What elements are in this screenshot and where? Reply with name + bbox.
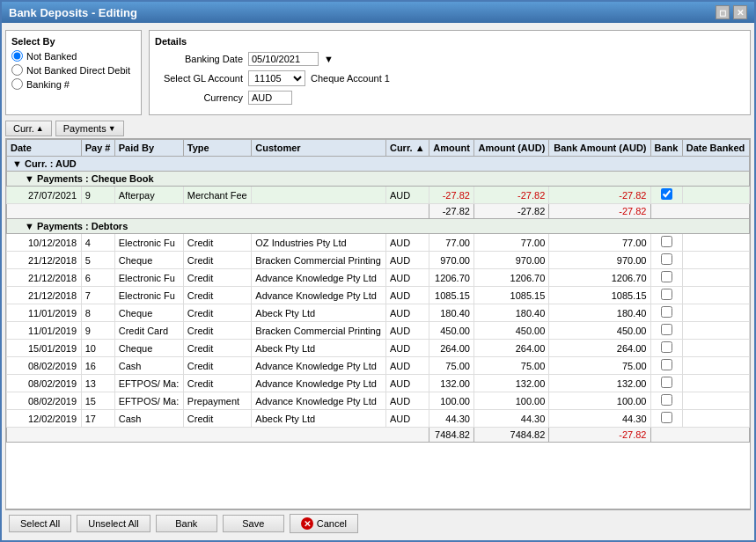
table-row[interactable]: 15/01/2019 10 Cheque Credit Abeck Pty Lt…	[7, 340, 750, 357]
radio-not-banked-direct-label: Not Banked Direct Debit	[26, 65, 130, 76]
cell-bank-checkbox[interactable]	[650, 234, 682, 252]
cell-amount: 1085.15	[429, 287, 473, 304]
cell-date-banked	[682, 392, 749, 410]
details-title: Details	[155, 36, 745, 47]
cell-amount-aud: 1206.70	[473, 269, 548, 287]
table-row[interactable]: 12/02/2019 17 Cash Credit Abeck Pty Ltd …	[7, 410, 750, 428]
unselect-all-button[interactable]: Unselect All	[77, 515, 150, 532]
close-button[interactable]: ✕	[733, 5, 747, 19]
gl-account-select[interactable]: 11105	[248, 70, 305, 86]
cell-amount-aud: 264.00	[473, 340, 548, 357]
cell-date: 08/02/2019	[7, 392, 82, 410]
table-row[interactable]: 08/02/2019 15 EFTPOS/ Ma: Prepayment Adv…	[7, 392, 750, 410]
cell-customer: OZ Industries Pty Ltd	[252, 234, 386, 252]
cell-bank-checkbox[interactable]	[650, 304, 682, 322]
cell-bank-checkbox[interactable]	[650, 357, 682, 375]
cell-bank-amount-aud: 450.00	[549, 322, 650, 340]
cell-customer: Advance Knowledge Pty Ltd	[252, 287, 386, 304]
cell-pay-num: 8	[81, 304, 114, 322]
table-row[interactable]: 11/01/2019 8 Cheque Credit Abeck Pty Ltd…	[7, 304, 750, 322]
cell-amount-aud: 75.00	[473, 357, 548, 375]
group-header-row: ▼ Payments : Cheque Book	[7, 172, 750, 187]
table-row[interactable]: 21/12/2018 7 Electronic Fu Credit Advanc…	[7, 287, 750, 304]
cell-bank-checkbox[interactable]	[650, 252, 682, 269]
radio-not-banked-direct[interactable]: Not Banked Direct Debit	[11, 64, 136, 76]
cell-bank-amount-aud: 100.00	[549, 392, 650, 410]
cell-type: Credit	[183, 340, 251, 357]
cell-customer: Advance Knowledge Pty Ltd	[252, 392, 386, 410]
col-type: Type	[183, 140, 251, 157]
curr-arrow-icon: ▲	[36, 124, 44, 133]
radio-not-banked[interactable]: Not Banked	[11, 50, 136, 62]
cell-bank-checkbox[interactable]	[650, 287, 682, 304]
cell-paid-by: Cheque	[114, 252, 183, 269]
cell-bank-checkbox[interactable]	[650, 410, 682, 428]
cell-date-banked	[682, 322, 749, 340]
payments-button[interactable]: Payments ▼	[55, 121, 124, 136]
cell-type: Merchant Fee	[183, 187, 251, 204]
col-paid-by: Paid By	[114, 140, 183, 157]
cell-date-banked	[682, 410, 749, 428]
banking-date-label: Banking Date	[155, 54, 243, 64]
dropdown-arrow-date[interactable]: ▼	[324, 54, 334, 64]
table-row[interactable]: 10/12/2018 4 Electronic Fu Credit OZ Ind…	[7, 234, 750, 252]
cell-bank-amount-aud: 1206.70	[549, 269, 650, 287]
cell-curr: AUD	[385, 357, 429, 375]
table-row[interactable]: 08/02/2019 16 Cash Credit Advance Knowle…	[7, 357, 750, 375]
curr-button[interactable]: Curr. ▲	[5, 121, 52, 136]
cell-date-banked	[682, 304, 749, 322]
cell-customer: Abeck Pty Ltd	[252, 340, 386, 357]
cell-amount-aud: -27.82	[473, 187, 548, 204]
cell-customer	[252, 187, 386, 204]
cell-date: 12/02/2019	[7, 410, 82, 428]
table-row[interactable]: 08/02/2019 13 EFTPOS/ Ma: Credit Advance…	[7, 375, 750, 392]
banking-date-input[interactable]	[248, 52, 319, 66]
table-row[interactable]: 21/12/2018 6 Electronic Fu Credit Advanc…	[7, 269, 750, 287]
radio-banking-hash[interactable]: Banking #	[11, 78, 136, 90]
currency-input[interactable]	[248, 91, 292, 105]
cell-bank-checkbox[interactable]	[650, 392, 682, 410]
cell-bank-amount-aud: -27.82	[549, 187, 650, 204]
cell-bank-amount-aud: 75.00	[549, 357, 650, 375]
select-all-button[interactable]: Select All	[9, 515, 71, 532]
cell-customer: Abeck Pty Ltd	[252, 304, 386, 322]
section-header-row: ▼ Curr. : AUD	[7, 157, 750, 172]
cell-bank-amount-aud: 44.30	[549, 410, 650, 428]
cell-curr: AUD	[385, 410, 429, 428]
restore-button[interactable]: ◻	[716, 5, 730, 19]
cell-curr: AUD	[385, 304, 429, 322]
cell-paid-by: Electronic Fu	[114, 234, 183, 252]
cell-bank-checkbox[interactable]	[650, 322, 682, 340]
cell-paid-by: Cheque	[114, 304, 183, 322]
cell-bank-checkbox[interactable]	[650, 269, 682, 287]
cell-date: 11/01/2019	[7, 304, 82, 322]
col-curr[interactable]: Curr. ▲	[385, 140, 429, 157]
cancel-button[interactable]: ✕ Cancel	[290, 514, 358, 533]
cell-amount-aud: 77.00	[473, 234, 548, 252]
table-row[interactable]: 21/12/2018 5 Cheque Credit Bracken Comme…	[7, 252, 750, 269]
save-button[interactable]: Save	[223, 515, 284, 532]
cell-date-banked	[682, 287, 749, 304]
cell-customer: Advance Knowledge Pty Ltd	[252, 375, 386, 392]
currency-label: Currency	[155, 92, 243, 103]
bank-button[interactable]: Bank	[156, 515, 217, 532]
cell-curr: AUD	[385, 234, 429, 252]
totals-row: -27.82 -27.82 -27.82	[7, 204, 750, 219]
cell-type: Credit	[183, 410, 251, 428]
gl-account-desc: Cheque Account 1	[311, 73, 390, 84]
cell-pay-num: 13	[81, 375, 114, 392]
cell-amount: 180.40	[429, 304, 473, 322]
cell-date: 21/12/2018	[7, 269, 82, 287]
cell-bank-checkbox[interactable]	[650, 187, 682, 204]
cell-bank-checkbox[interactable]	[650, 375, 682, 392]
cell-customer: Abeck Pty Ltd	[252, 410, 386, 428]
cell-bank-checkbox[interactable]	[650, 340, 682, 357]
cell-pay-num: 6	[81, 269, 114, 287]
table-row[interactable]: 27/07/2021 9 Afterpay Merchant Fee AUD -…	[7, 187, 750, 204]
table-row[interactable]: 11/01/2019 9 Credit Card Credit Bracken …	[7, 322, 750, 340]
cell-curr: AUD	[385, 287, 429, 304]
cell-date: 10/12/2018	[7, 234, 82, 252]
cell-amount-aud: 180.40	[473, 304, 548, 322]
table-container[interactable]: Date Pay # Paid By Type Customer Curr. ▲…	[5, 138, 751, 509]
content-area: Select By Not Banked Not Banked Direct D…	[2, 23, 754, 540]
